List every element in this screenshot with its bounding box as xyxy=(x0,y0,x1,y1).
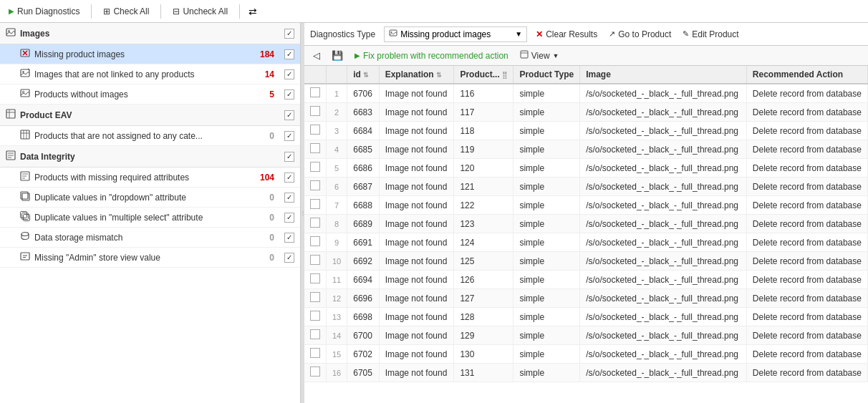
row-checkbox[interactable] xyxy=(310,162,320,172)
drag-product-icon[interactable]: ⣿ xyxy=(502,71,507,79)
table-row[interactable]: 11 6694 Image not found 126 simple /s/o/… xyxy=(304,271,868,289)
uncheck-all-button[interactable]: ⊟ Uncheck All xyxy=(170,5,231,18)
col-header-product[interactable]: Product... ⣿ xyxy=(454,66,513,84)
row-checkbox-cell[interactable] xyxy=(304,140,327,159)
table-row[interactable]: 16 6705 Image not found 131 simple /s/o/… xyxy=(304,364,868,382)
check-all-button[interactable]: ⊞ Check All xyxy=(100,5,152,18)
view-button[interactable]: View ▼ xyxy=(517,49,562,62)
row-checkbox-cell[interactable] xyxy=(304,364,327,382)
duplicate-dropdown-checkbox[interactable] xyxy=(284,193,294,203)
table-row[interactable]: 10 6692 Image not found 125 simple /s/o/… xyxy=(304,252,868,271)
col-header-id[interactable]: id ⇅ xyxy=(347,66,379,84)
row-checkbox-cell[interactable] xyxy=(304,289,327,308)
row-checkbox[interactable] xyxy=(310,366,320,377)
row-checkbox[interactable] xyxy=(310,106,320,116)
row-checkbox-cell[interactable] xyxy=(304,159,327,178)
diagnostics-type-select[interactable]: Missing product images ▼ xyxy=(384,26,527,42)
row-checkbox-cell[interactable] xyxy=(304,84,327,103)
row-checkbox-cell[interactable] xyxy=(304,345,327,364)
row-checkbox[interactable] xyxy=(310,236,320,246)
table-row[interactable]: 15 6702 Image not found 130 simple /s/o/… xyxy=(304,345,868,364)
row-checkbox-cell[interactable] xyxy=(304,122,327,140)
table-row[interactable]: 12 6696 Image not found 127 simple /s/o/… xyxy=(304,289,868,308)
row-checkbox[interactable] xyxy=(310,87,320,97)
images-section-label: Images xyxy=(20,29,49,39)
sidebar-item-missing-product-images[interactable]: Missing product images 184 xyxy=(0,44,300,64)
row-checkbox[interactable] xyxy=(310,348,320,358)
row-checkbox[interactable] xyxy=(310,311,320,321)
table-row[interactable]: 8 6689 Image not found 123 simple /s/o/s… xyxy=(304,215,868,233)
col-header-action[interactable]: Recommended Action xyxy=(746,66,867,84)
table-row[interactable]: 4 6685 Image not found 119 simple /s/o/s… xyxy=(304,140,868,159)
sidebar-item-products-without-images[interactable]: Products without images 5 xyxy=(0,84,300,105)
row-checkbox-cell[interactable] xyxy=(304,196,327,215)
view-dropdown-icon: ▼ xyxy=(553,52,559,59)
back-button[interactable]: ◁ xyxy=(310,49,323,62)
col-header-image[interactable]: Image xyxy=(580,66,747,84)
table-row[interactable]: 3 6684 Image not found 118 simple /s/o/s… xyxy=(304,122,868,140)
table-row[interactable]: 1 6706 Image not found 116 simple /s/o/s… xyxy=(304,84,868,103)
data-storage-mismatch-checkbox[interactable] xyxy=(284,233,294,243)
data-integrity-section-header[interactable]: Data Integrity xyxy=(0,146,300,167)
sidebar-item-missing-admin-store[interactable]: Missing "Admin" store view value 0 xyxy=(0,248,300,268)
run-diagnostics-button[interactable]: ▶ Run Diagnostics xyxy=(6,5,82,18)
table-row[interactable]: 6 6687 Image not found 121 simple /s/o/s… xyxy=(304,178,868,196)
row-checkbox-cell[interactable] xyxy=(304,252,327,271)
row-checkbox-cell[interactable] xyxy=(304,326,327,345)
missing-admin-store-checkbox[interactable] xyxy=(284,253,294,263)
sidebar-item-duplicate-multiselect[interactable]: Duplicate values in "multiple select" at… xyxy=(0,208,300,228)
products-without-images-checkbox[interactable] xyxy=(284,89,294,99)
row-checkbox[interactable] xyxy=(310,199,320,209)
table-row[interactable]: 5 6686 Image not found 120 simple /s/o/s… xyxy=(304,159,868,178)
table-row[interactable]: 14 6700 Image not found 129 simple /s/o/… xyxy=(304,326,868,345)
sidebar-item-not-assigned-category[interactable]: Products that are not assigned to any ca… xyxy=(0,126,300,146)
col-header-check[interactable] xyxy=(304,66,327,84)
images-section-checkbox[interactable] xyxy=(284,29,294,39)
table-row[interactable]: 13 6698 Image not found 128 simple /s/o/… xyxy=(304,308,868,326)
col-header-type[interactable]: Product Type xyxy=(513,66,580,84)
row-checkbox[interactable] xyxy=(310,329,320,339)
data-storage-mismatch-label: Data storage mismatch xyxy=(34,233,122,243)
images-not-linked-checkbox[interactable] xyxy=(284,69,294,79)
row-number-cell: 10 xyxy=(327,252,347,271)
table-row[interactable]: 2 6683 Image not found 117 simple /s/o/s… xyxy=(304,103,868,122)
row-checkbox-cell[interactable] xyxy=(304,233,327,252)
sidebar-item-images-not-linked[interactable]: Images that are not linked to any produc… xyxy=(0,64,300,84)
row-checkbox-cell[interactable] xyxy=(304,308,327,326)
sidebar-item-data-storage-mismatch[interactable]: Data storage mismatch 0 xyxy=(0,228,300,248)
fix-problem-button[interactable]: ▶ Fix problem with recommended action xyxy=(352,49,511,62)
row-checkbox-cell[interactable] xyxy=(304,178,327,196)
row-checkbox[interactable] xyxy=(310,218,320,228)
data-integrity-checkbox[interactable] xyxy=(284,152,294,162)
row-product-cell: 130 xyxy=(454,345,513,364)
save-button[interactable]: 💾 xyxy=(329,49,346,62)
row-checkbox-cell[interactable] xyxy=(304,215,327,233)
row-checkbox[interactable] xyxy=(310,255,320,265)
product-eav-section-header[interactable]: Product EAV xyxy=(0,105,300,126)
row-action-cell: Delete record from database xyxy=(746,308,867,326)
missing-required-checkbox[interactable] xyxy=(284,173,294,183)
product-eav-checkbox[interactable] xyxy=(284,110,294,120)
row-checkbox-cell[interactable] xyxy=(304,103,327,122)
not-assigned-category-checkbox[interactable] xyxy=(284,131,294,141)
duplicate-multiselect-checkbox[interactable] xyxy=(284,213,294,223)
results-table-container[interactable]: id ⇅ Explanation ⇅ Product... ⣿ Product … xyxy=(304,66,868,403)
edit-product-button[interactable]: ✎ Edit Product xyxy=(680,28,741,41)
table-row[interactable]: 7 6688 Image not found 122 simple /s/o/s… xyxy=(304,196,868,215)
missing-images-checkbox[interactable] xyxy=(284,49,294,59)
row-checkbox[interactable] xyxy=(310,273,320,283)
clear-results-button[interactable]: ✕ Clear Results xyxy=(533,28,600,41)
row-checkbox[interactable] xyxy=(310,180,320,190)
row-checkbox[interactable] xyxy=(310,125,320,135)
row-checkbox[interactable] xyxy=(310,143,320,153)
sidebar-item-duplicate-dropdown[interactable]: Duplicate values in "dropdown" attribute… xyxy=(0,188,300,208)
images-section-header[interactable]: Images xyxy=(0,23,300,44)
col-header-explanation[interactable]: Explanation ⇅ xyxy=(379,66,454,84)
row-number: 12 xyxy=(332,294,341,303)
row-checkbox[interactable] xyxy=(310,292,320,302)
sidebar-item-missing-required-attributes[interactable]: Products with missing required attribute… xyxy=(0,167,300,188)
go-to-product-button[interactable]: ↗ Go to Product xyxy=(606,28,674,41)
svg-point-6 xyxy=(22,71,24,72)
row-checkbox-cell[interactable] xyxy=(304,271,327,289)
table-row[interactable]: 9 6691 Image not found 124 simple /s/o/s… xyxy=(304,233,868,252)
